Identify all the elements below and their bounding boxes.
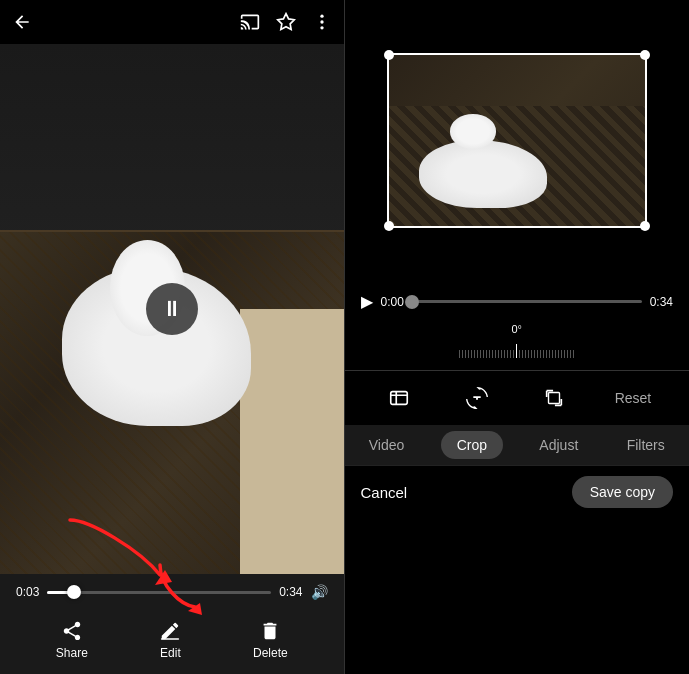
delete-label: Delete <box>253 646 288 660</box>
svg-point-3 <box>320 26 323 29</box>
tick <box>477 350 478 358</box>
tick <box>540 350 541 358</box>
playback-row: ▶ 0:00 0:34 <box>361 292 674 311</box>
tick <box>534 350 535 358</box>
more-button[interactable] <box>312 12 332 32</box>
tab-crop[interactable]: Crop <box>441 431 503 459</box>
tick <box>525 350 526 358</box>
tick <box>567 350 568 358</box>
play-icon[interactable]: ▶ <box>361 292 373 311</box>
tick <box>561 350 562 358</box>
svg-marker-0 <box>277 14 294 30</box>
crop-preview <box>345 0 690 280</box>
tick <box>543 350 544 358</box>
tick <box>519 350 520 358</box>
tick <box>522 350 523 358</box>
tick <box>531 350 532 358</box>
tick <box>558 350 559 358</box>
tick <box>552 350 553 358</box>
tab-adjust[interactable]: Adjust <box>527 431 590 459</box>
svg-rect-6 <box>391 392 408 405</box>
right-controls: ▶ 0:00 0:34 0° <box>345 280 690 370</box>
star-button[interactable] <box>276 12 296 32</box>
crop-dog-head <box>450 114 496 148</box>
cast-button[interactable] <box>240 12 260 32</box>
rotate-button[interactable] <box>460 381 494 415</box>
tick-major <box>516 344 517 358</box>
tick <box>498 350 499 358</box>
video-player[interactable]: ⏸ <box>0 44 344 574</box>
free-crop-button[interactable] <box>537 381 571 415</box>
tick <box>486 350 487 358</box>
tick <box>480 350 481 358</box>
save-copy-button[interactable]: Save copy <box>572 476 673 508</box>
rotate-ruler: 0° <box>361 319 674 362</box>
tick <box>510 350 511 358</box>
svg-point-1 <box>320 15 323 18</box>
tab-filters[interactable]: Filters <box>615 431 677 459</box>
tick <box>492 350 493 358</box>
start-time: 0:03 <box>16 585 39 599</box>
tick <box>513 350 514 358</box>
tick <box>459 350 460 358</box>
tick <box>495 350 496 358</box>
bottom-bar: Cancel Save copy <box>345 465 690 518</box>
tick <box>570 350 571 358</box>
delete-button[interactable]: Delete <box>253 620 288 660</box>
tick <box>501 350 502 358</box>
tick <box>474 350 475 358</box>
right-timeline-thumb[interactable] <box>405 295 419 309</box>
volume-icon[interactable]: 🔊 <box>311 584 328 600</box>
svg-point-2 <box>320 20 323 23</box>
right-timeline-bar[interactable] <box>412 300 642 303</box>
tick <box>507 350 508 358</box>
tick <box>555 350 556 358</box>
timeline-thumb[interactable] <box>67 585 81 599</box>
handle-top-right[interactable] <box>640 50 650 60</box>
tab-video[interactable]: Video <box>357 431 417 459</box>
tick <box>564 350 565 358</box>
top-icons <box>240 12 332 32</box>
tick <box>468 350 469 358</box>
left-panel: ⏸ 0:03 0:34 🔊 Share Edit Delete <box>0 0 344 674</box>
ruler-ticks <box>361 338 674 358</box>
tick <box>537 350 538 358</box>
playback-start-time: 0:00 <box>381 295 404 309</box>
crop-frame[interactable] <box>387 53 647 228</box>
tick <box>489 350 490 358</box>
crop-inner <box>389 55 645 226</box>
timeline-section: 0:03 0:34 🔊 <box>0 574 344 610</box>
handle-bottom-left[interactable] <box>384 221 394 231</box>
edit-tools-row: Reset <box>345 370 690 425</box>
svg-rect-4 <box>161 638 179 639</box>
tick <box>504 350 505 358</box>
playback-end-time: 0:34 <box>650 295 673 309</box>
end-time: 0:34 <box>279 585 302 599</box>
rotation-degrees: 0° <box>361 323 674 335</box>
timeline-bar[interactable] <box>47 591 271 594</box>
tick <box>483 350 484 358</box>
tick <box>573 350 574 358</box>
left-top-bar <box>0 0 344 44</box>
cancel-button[interactable]: Cancel <box>361 484 408 501</box>
aspect-ratio-button[interactable] <box>382 381 416 415</box>
right-panel: ▶ 0:00 0:34 0° <box>345 0 690 674</box>
share-label: Share <box>56 646 88 660</box>
tick <box>528 350 529 358</box>
handle-bottom-right[interactable] <box>640 221 650 231</box>
tick <box>471 350 472 358</box>
svg-rect-7 <box>549 393 560 404</box>
play-pause-button[interactable]: ⏸ <box>146 283 198 335</box>
share-button[interactable]: Share <box>56 620 88 660</box>
tick <box>462 350 463 358</box>
reset-button[interactable]: Reset <box>615 390 652 406</box>
floor <box>240 309 343 574</box>
tick <box>549 350 550 358</box>
edit-button[interactable]: Edit <box>159 620 181 660</box>
handle-top-left[interactable] <box>384 50 394 60</box>
tabs-row: Video Crop Adjust Filters <box>345 425 690 465</box>
edit-label: Edit <box>160 646 181 660</box>
tick <box>546 350 547 358</box>
tick <box>465 350 466 358</box>
back-button[interactable] <box>12 12 32 32</box>
